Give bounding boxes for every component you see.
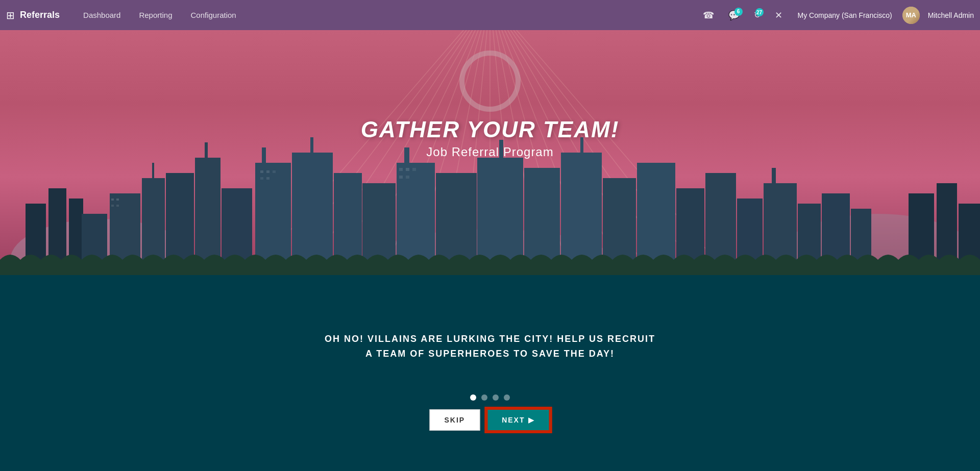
close-icon-btn[interactable]: ✕ [770, 7, 788, 24]
svg-rect-56 [772, 168, 776, 186]
navbar: ⊞ Referrals Dashboard Reporting Configur… [0, 0, 980, 30]
nav-dashboard[interactable]: Dashboard [74, 0, 130, 30]
city-skyline [0, 112, 980, 275]
svg-rect-69 [399, 168, 403, 171]
svg-rect-64 [260, 170, 263, 173]
dot-3[interactable] [493, 394, 499, 401]
refresh-icon-btn[interactable]: ↻ 27 [749, 7, 766, 23]
phone-icon-btn[interactable]: ☎ [698, 7, 719, 24]
villain-text: Oh no! Villains are lurking the city! He… [325, 332, 655, 361]
pagination-dots [470, 394, 510, 401]
nav-reporting[interactable]: Reporting [130, 0, 181, 30]
next-arrow: ▶ [528, 416, 535, 424]
svg-rect-65 [266, 170, 270, 173]
next-button[interactable]: NEXT ▶ [486, 408, 550, 432]
svg-rect-73 [406, 176, 409, 179]
brand-label[interactable]: Referrals [20, 10, 60, 20]
nav-configuration[interactable]: Configuration [181, 0, 245, 30]
svg-rect-37 [262, 147, 266, 165]
svg-rect-63 [116, 205, 119, 207]
ground [0, 275, 980, 471]
chat-icon-btn[interactable]: 💬 6 [723, 7, 745, 24]
next-label: NEXT [502, 416, 525, 424]
nav-links: Dashboard Reporting Configuration [74, 0, 246, 30]
close-icon: ✕ [775, 10, 782, 21]
svg-rect-46 [499, 140, 503, 160]
svg-rect-70 [406, 168, 409, 171]
svg-rect-61 [116, 199, 119, 201]
svg-rect-43 [404, 147, 409, 165]
svg-rect-31 [152, 163, 154, 181]
phone-icon: ☎ [703, 10, 714, 21]
company-label: My Company (San Francisco) [798, 11, 892, 19]
nav-right: ☎ 💬 6 ↻ 27 ✕ My Company (San Francisco) … [698, 7, 974, 24]
dot-1[interactable] [470, 394, 476, 401]
villain-text-line1: Oh no! Villains are lurking the city! He… [325, 332, 655, 346]
svg-rect-72 [399, 176, 403, 179]
refresh-badge: 27 [755, 8, 764, 16]
user-label: Mitchell Admin [928, 11, 974, 19]
svg-rect-34 [205, 142, 208, 160]
skip-button[interactable]: SKIP [429, 409, 480, 431]
villain-text-line2: a team of superheroes to save the day! [325, 346, 655, 361]
svg-rect-62 [111, 205, 114, 207]
main-content: Gather Your Team! Job Referral Program [0, 0, 980, 471]
chat-badge: 6 [734, 8, 743, 16]
grid-icon[interactable]: ⊞ [6, 9, 15, 21]
svg-rect-67 [260, 177, 263, 180]
dot-2[interactable] [481, 394, 487, 401]
svg-rect-66 [273, 170, 276, 173]
dot-4[interactable] [504, 394, 510, 401]
circle-logo [459, 51, 521, 112]
svg-rect-68 [266, 177, 270, 180]
action-buttons: SKIP NEXT ▶ [429, 408, 550, 432]
svg-rect-49 [580, 137, 583, 155]
svg-rect-39 [310, 137, 313, 155]
avatar[interactable]: MA [902, 7, 920, 24]
svg-rect-60 [111, 199, 114, 201]
svg-rect-71 [412, 168, 416, 171]
sky-background: Gather Your Team! Job Referral Program [0, 30, 980, 275]
